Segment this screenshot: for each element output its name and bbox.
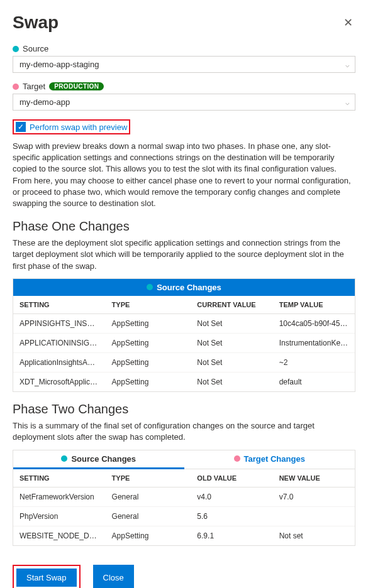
cell-old: v4.0 — [191, 487, 272, 506]
cell-type: AppSetting — [106, 353, 191, 372]
table-row: XDT_MicrosoftApplica…AppSettingNot Setde… — [13, 373, 355, 391]
cell-setting: WEBSITE_NODE_DEF… — [13, 526, 106, 545]
close-button[interactable]: Close — [93, 565, 134, 588]
preview-description: Swap with preview breaks down a normal s… — [13, 141, 355, 209]
cell-setting: ApplicationInsightsAg… — [13, 353, 106, 372]
source-dot-icon — [147, 284, 153, 290]
checkbox-checked-icon: ✓ — [16, 122, 26, 132]
cell-temp: ~2 — [273, 353, 355, 372]
perform-swap-preview-checkbox[interactable]: ✓ Perform swap with preview — [13, 119, 130, 134]
cell-current: Not Set — [191, 353, 272, 372]
table-row: WEBSITE_NODE_DEF…AppSetting6.9.1Not set — [13, 526, 355, 545]
source-label: Source — [23, 44, 48, 53]
phase-two-table: Source Changes Target Changes SETTING TY… — [13, 450, 355, 547]
phase-one-table: Source Changes SETTING TYPE CURRENT VALU… — [13, 278, 355, 393]
cell-setting: APPLICATIONINSIGH… — [13, 334, 106, 352]
target-value: my-demo-app — [20, 97, 70, 107]
phase-two-desc: This is a summary of the final set of co… — [13, 420, 355, 443]
start-swap-button[interactable]: Start Swap — [16, 569, 77, 587]
cell-current: Not Set — [191, 373, 272, 391]
target-dot-icon — [234, 455, 240, 462]
cell-setting: NetFrameworkVersion — [13, 487, 106, 506]
target-label: Target — [23, 82, 45, 91]
chevron-down-icon: ⌵ — [345, 60, 350, 68]
phase-two-heading: Phase Two Changes — [13, 402, 355, 416]
source-value: my-demo-app-staging — [20, 60, 99, 69]
cell-current: Not Set — [191, 334, 272, 352]
table-row: ApplicationInsightsAg…AppSettingNot Set~… — [13, 353, 355, 373]
cell-new: Not set — [273, 526, 355, 545]
col-temp: TEMP VALUE — [273, 296, 355, 313]
col-old: OLD VALUE — [191, 469, 272, 487]
perform-swap-preview-label: Perform swap with preview — [30, 122, 127, 132]
table-row: APPINSIGHTS_INSTR…AppSettingNot Set10c4c… — [13, 314, 355, 334]
col-type: TYPE — [106, 469, 191, 487]
cell-current: Not Set — [191, 314, 272, 333]
target-select[interactable]: my-demo-app ⌵ — [13, 94, 355, 111]
phase-one-band: Source Changes — [13, 279, 355, 297]
tab-source-changes[interactable]: Source Changes — [13, 450, 184, 470]
target-dot-icon — [13, 84, 19, 90]
source-dot-icon — [13, 46, 19, 52]
source-dot-icon — [61, 455, 67, 462]
cell-setting: XDT_MicrosoftApplica… — [13, 373, 106, 391]
phase-one-desc: These are the deployment slot specific a… — [13, 237, 355, 272]
cell-type: AppSetting — [106, 373, 191, 391]
chevron-down-icon: ⌵ — [345, 98, 350, 106]
cell-setting: APPINSIGHTS_INSTR… — [13, 314, 106, 333]
cell-old: 6.9.1 — [191, 526, 272, 545]
cell-temp: InstrumentationKey=… — [273, 334, 355, 352]
page-title: Swap — [13, 13, 59, 33]
table-row: NetFrameworkVersionGeneralv4.0v7.0 — [13, 487, 355, 507]
phase-one-heading: Phase One Changes — [13, 219, 355, 234]
cell-type: AppSetting — [106, 526, 191, 545]
table-row: APPLICATIONINSIGH…AppSettingNot SetInstr… — [13, 334, 355, 353]
col-setting: SETTING — [13, 296, 106, 313]
cell-temp: 10c4ca05-b90f-451f-8… — [273, 314, 355, 333]
cell-old: 5.6 — [191, 507, 272, 526]
source-select[interactable]: my-demo-app-staging ⌵ — [13, 56, 355, 73]
production-badge: PRODUCTION — [49, 82, 104, 90]
cell-new — [273, 507, 355, 526]
col-setting: SETTING — [13, 469, 106, 487]
cell-setting: PhpVersion — [13, 507, 106, 526]
cell-type: AppSetting — [106, 314, 191, 333]
col-new: NEW VALUE — [273, 469, 355, 487]
cell-new: v7.0 — [273, 487, 355, 506]
table-row: PhpVersionGeneral5.6 — [13, 507, 355, 526]
cell-type: AppSetting — [106, 334, 191, 352]
col-current: CURRENT VALUE — [191, 296, 272, 313]
cell-type: General — [106, 507, 191, 526]
cell-type: General — [106, 487, 191, 506]
tab-target-changes[interactable]: Target Changes — [184, 450, 355, 470]
close-icon[interactable]: ✕ — [341, 13, 355, 32]
cell-temp: default — [273, 373, 355, 391]
col-type: TYPE — [106, 296, 191, 313]
